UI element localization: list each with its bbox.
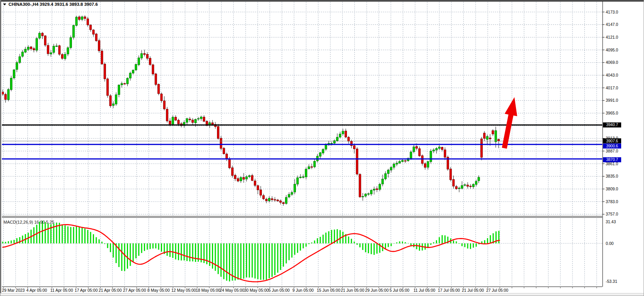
- bull-candle: [413, 147, 415, 152]
- bear-candle: [254, 181, 256, 185]
- chart-title: CHINA300-,H4 3929.4 3931.6 3893.8 3907.6: [9, 2, 98, 7]
- bear-candle: [416, 146, 418, 148]
- bear-candle: [163, 101, 165, 109]
- bear-candle: [98, 41, 100, 51]
- bull-candle: [64, 54, 66, 59]
- bear-candle: [109, 96, 111, 106]
- bear-candle: [104, 64, 106, 79]
- bear-candle: [158, 84, 160, 94]
- bear-candle: [348, 137, 350, 141]
- bull-candle: [50, 53, 52, 54]
- bull-candle: [135, 64, 137, 70]
- bear-candle: [217, 127, 219, 139]
- bear-candle: [101, 51, 103, 64]
- bear-candle: [257, 186, 259, 190]
- bull-candle: [246, 177, 248, 179]
- bull-candle: [438, 147, 440, 149]
- bear-candle: [61, 55, 63, 58]
- bull-candle: [336, 137, 338, 141]
- bull-candle: [121, 84, 123, 85]
- bear-candle: [90, 25, 92, 30]
- time-axis-label: 17 Apr 05:00: [75, 288, 98, 293]
- bear-candle: [161, 94, 162, 101]
- bear-candle: [356, 149, 358, 174]
- bear-candle: [226, 154, 228, 159]
- time-axis-label: 29 Mar 2023: [2, 288, 25, 293]
- bull-candle: [81, 17, 83, 19]
- bull-candle: [39, 33, 41, 38]
- bull-candle: [362, 196, 364, 197]
- time-axis-label: 5 Jul 05:00: [389, 288, 410, 293]
- price-badge-label: 3940.7: [606, 123, 618, 127]
- bull-candle: [427, 161, 429, 167]
- bear-candle: [282, 202, 284, 204]
- bear-candle: [251, 176, 253, 181]
- bear-candle: [311, 167, 313, 168]
- bull-candle: [486, 137, 488, 140]
- bear-candle: [481, 139, 483, 157]
- bull-candle: [75, 17, 77, 26]
- bull-candle: [393, 164, 395, 167]
- bull-candle: [186, 119, 188, 123]
- bull-candle: [461, 185, 463, 188]
- bear-candle: [107, 79, 109, 96]
- price-axis-label: 4121.0: [606, 35, 618, 39]
- bear-candle: [189, 119, 191, 120]
- macd-axis-label: 31.43: [606, 219, 616, 224]
- bull-candle: [319, 153, 321, 156]
- bull-candle: [373, 189, 375, 190]
- time-axis-label: 21 Jul 05:00: [462, 288, 484, 293]
- bull-candle: [410, 152, 412, 158]
- bear-candle: [2, 92, 4, 94]
- candlestick-chart[interactable]: 4173.04147.04121.04095.04069.04043.04017…: [0, 0, 644, 296]
- price-badge-label: 3907.6: [606, 139, 618, 143]
- bear-candle: [263, 195, 265, 199]
- bull-candle: [195, 120, 196, 123]
- bear-candle: [359, 175, 361, 197]
- bear-candle: [376, 189, 378, 190]
- bull-candle: [141, 53, 143, 58]
- bull-candle: [118, 85, 120, 95]
- bear-candle: [92, 30, 94, 34]
- bear-candle: [178, 120, 179, 124]
- bear-candle: [87, 19, 89, 25]
- time-axis-label: 27 Apr 05:00: [123, 288, 146, 293]
- bull-candle: [22, 52, 24, 56]
- bull-candle: [115, 95, 117, 104]
- bull-candle: [396, 163, 398, 164]
- bull-candle: [367, 194, 369, 195]
- bull-candle: [390, 168, 392, 170]
- bull-candle: [495, 131, 497, 142]
- bull-candle: [240, 178, 242, 181]
- bull-candle: [384, 174, 386, 179]
- bear-candle: [149, 58, 151, 65]
- price-axis-label: 3991.0: [606, 98, 618, 103]
- chart-background: [0, 0, 644, 296]
- bear-candle: [489, 138, 491, 139]
- bull-candle: [248, 176, 250, 177]
- bull-candle: [138, 58, 140, 65]
- bear-candle: [175, 117, 177, 120]
- bear-candle: [345, 131, 347, 137]
- bear-candle: [498, 139, 500, 141]
- bull-candle: [308, 167, 310, 169]
- bear-candle: [424, 164, 426, 168]
- bull-candle: [305, 169, 307, 177]
- bull-candle: [132, 70, 134, 73]
- bull-candle: [24, 49, 26, 52]
- bull-candle: [331, 143, 333, 144]
- bear-candle: [152, 65, 154, 74]
- time-axis-label: 29 Jun 05:00: [365, 288, 389, 293]
- price-badge-label: 3870.7: [606, 157, 618, 162]
- bear-candle: [483, 133, 485, 139]
- bear-candle: [33, 48, 35, 50]
- price-axis-label: 4017.0: [606, 86, 618, 90]
- price-badge-label: 3900.6: [606, 144, 618, 148]
- bull-candle: [302, 177, 304, 178]
- bull-candle: [464, 185, 466, 185]
- bear-candle: [453, 180, 454, 186]
- bear-candle: [237, 178, 239, 181]
- bull-candle: [197, 118, 199, 119]
- bull-candle: [475, 181, 477, 185]
- time-axis-label: 24 May 05:00: [220, 288, 244, 293]
